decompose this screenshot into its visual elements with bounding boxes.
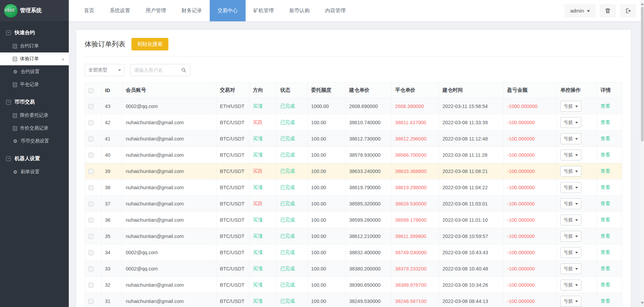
row-checkbox[interactable]	[88, 136, 94, 141]
row-checkbox[interactable]	[88, 104, 94, 109]
control-select[interactable]: 亏损	[560, 133, 581, 144]
init-search-button[interactable]: 初始化搜索	[131, 38, 168, 50]
control-select[interactable]: 亏损	[560, 198, 581, 209]
username-search-box	[130, 64, 190, 76]
cell-status: 已完成	[277, 293, 308, 307]
cell-close-price: 38633.368800	[392, 163, 439, 179]
cell-pair: BTC/USDT	[216, 163, 250, 179]
row-checkbox[interactable]	[88, 218, 94, 223]
view-detail-link[interactable]: 查看	[601, 201, 610, 206]
username-search-input[interactable]	[134, 67, 179, 73]
control-select-label: 亏损	[564, 152, 573, 158]
row-checkbox[interactable]	[88, 266, 94, 271]
view-detail-link[interactable]: 查看	[601, 298, 610, 304]
view-detail-link[interactable]: 查看	[601, 249, 610, 255]
view-detail-link[interactable]: 查看	[601, 266, 610, 271]
sidebar-item[interactable]: ⚙币币交易设置	[0, 135, 69, 148]
sidebar-item[interactable]: ⚙合约设置	[0, 65, 69, 78]
sidebar-item[interactable]: 市价交易记录	[0, 122, 69, 135]
control-select[interactable]: 亏损	[560, 280, 581, 290]
cell-close-price: 38611.437000	[392, 114, 439, 131]
view-detail-link[interactable]: 查看	[601, 168, 610, 174]
view-detail-link[interactable]: 查看	[601, 184, 610, 190]
topbar: USDZ 管理系统 首页系统设置用户管理财务记录交易中心矿机管理新币认购内容管理…	[0, 0, 644, 21]
control-select[interactable]: 亏损	[560, 215, 581, 225]
nav-item-1[interactable]: 首页	[76, 0, 102, 21]
cell-pair: BTC/USDT	[216, 261, 250, 277]
column-header: 方向	[249, 83, 277, 98]
view-detail-link[interactable]: 查看	[601, 282, 610, 287]
cell-status: 已完成	[277, 228, 308, 244]
logout-button[interactable]	[620, 4, 636, 17]
scroll-down-arrow-icon[interactable]	[641, 302, 644, 305]
control-select[interactable]: 亏损	[560, 101, 581, 112]
control-select[interactable]: 亏损	[560, 296, 581, 307]
table-row: 32nuhaichuntian@gmail.comBTC/USDT买涨已完成10…	[85, 277, 622, 293]
vertical-scrollbar[interactable]	[641, 0, 644, 307]
sidebar-item[interactable]: ⚙刷单设置	[0, 166, 69, 178]
row-checkbox[interactable]	[88, 250, 94, 255]
view-detail-link[interactable]: 查看	[601, 119, 610, 125]
view-detail-link[interactable]: 查看	[601, 136, 610, 141]
sidebar-section-header[interactable]: −机器人设置	[0, 152, 69, 166]
row-checkbox[interactable]	[88, 283, 94, 288]
table-body: 430002@qq.comETH/USDT买涨已完成1000.002608.69…	[85, 98, 622, 307]
control-select[interactable]: 亏损	[560, 263, 581, 274]
cell-open-time: 2022-03-11 15:58:54	[439, 98, 504, 114]
nav-item-7[interactable]: 新币认购	[282, 0, 317, 21]
nav-item-5[interactable]: 交易中心	[210, 0, 246, 21]
view-detail-link[interactable]: 查看	[601, 217, 610, 222]
view-detail-link[interactable]: 查看	[601, 233, 610, 239]
search-icon[interactable]	[181, 67, 186, 73]
sidebar-item[interactable]: 限价委托记录	[0, 109, 69, 122]
table-row: 330002@qq.comBTC/USDT买涨已完成100.0038380.20…	[85, 261, 622, 277]
sidebar-section-header[interactable]: −币币交易	[0, 95, 69, 109]
sidebar-item[interactable]: 平仓记录	[0, 78, 69, 91]
cell-id: 41	[101, 131, 122, 147]
cell-id: 42	[101, 114, 122, 131]
sidebar-item[interactable]: 合约订单	[0, 40, 69, 52]
control-select[interactable]: 亏损	[560, 150, 581, 160]
column-header: 盈亏金额	[504, 83, 557, 98]
select-all-checkbox[interactable]	[88, 88, 94, 93]
control-select[interactable]: 亏损	[560, 247, 581, 258]
view-detail-link[interactable]: 查看	[601, 152, 610, 157]
sidebar-item[interactable]: 体验订单›	[0, 52, 69, 65]
nav-item-6[interactable]: 矿机管理	[246, 0, 282, 21]
cell-direction: 买涨	[249, 98, 277, 114]
nav-item-4[interactable]: 财务记录	[174, 0, 210, 21]
row-checkbox[interactable]	[88, 234, 94, 239]
view-detail-link[interactable]: 查看	[601, 103, 610, 109]
control-select[interactable]: 亏损	[560, 166, 581, 177]
row-checkbox[interactable]	[88, 299, 94, 304]
admin-menu-button[interactable]: admin	[565, 4, 595, 17]
nav-item-2[interactable]: 系统设置	[102, 0, 138, 21]
row-checkbox[interactable]	[88, 169, 94, 174]
scroll-up-arrow-icon[interactable]	[641, 2, 644, 5]
control-select[interactable]: 亏损	[560, 182, 581, 193]
control-select-label: 亏损	[564, 217, 573, 223]
nav-item-8[interactable]: 内容管理	[317, 0, 353, 21]
cell-amount: 100.00	[308, 147, 346, 163]
cell-account: nuhaichuntian@gmail.com	[122, 293, 216, 307]
sidebar-section-header[interactable]: −快速合约	[0, 26, 69, 40]
cell-open-price: 38832.400000	[346, 244, 392, 261]
cell-pair: BTC/USDT	[216, 131, 250, 147]
cell-amount: 100.00	[308, 261, 346, 277]
scrollbar-thumb[interactable]	[641, 7, 644, 141]
row-checkbox[interactable]	[88, 153, 94, 158]
row-checkbox[interactable]	[88, 201, 94, 206]
gear-icon: ⚙	[13, 139, 18, 144]
type-filter-select[interactable]: 全部类型	[85, 64, 125, 76]
control-select[interactable]: 亏损	[560, 231, 581, 242]
clear-cache-button[interactable]	[600, 4, 616, 17]
cell-close-price: 38749.030000	[392, 244, 439, 261]
card-header: 体验订单列表 初始化搜索	[85, 38, 622, 57]
row-checkbox[interactable]	[88, 120, 94, 125]
row-checkbox[interactable]	[88, 185, 94, 190]
control-select[interactable]: 亏损	[560, 117, 581, 128]
cell-pair: BTC/USDT	[216, 196, 250, 212]
cell-pnl: -100.000000	[504, 163, 557, 179]
cell-direction: 买涨	[249, 131, 277, 147]
nav-item-3[interactable]: 用户管理	[138, 0, 174, 21]
